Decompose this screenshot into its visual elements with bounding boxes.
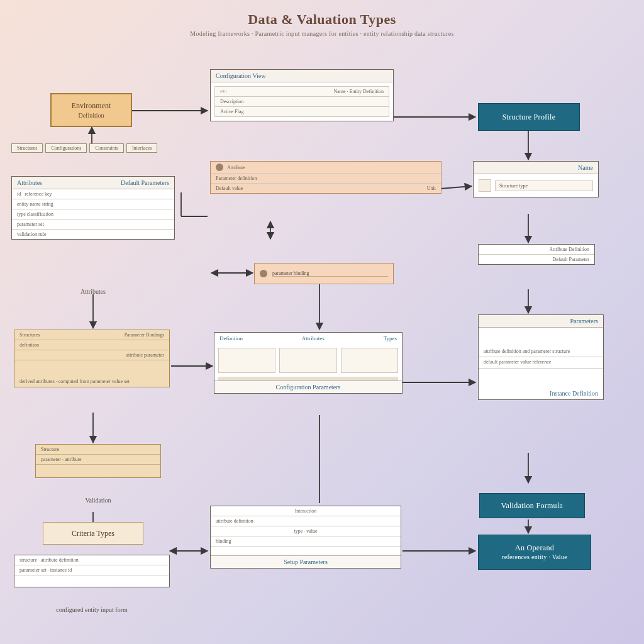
instance-header: Parameters <box>479 315 603 328</box>
node-name-panel: Name Structure type <box>473 161 599 197</box>
user-icon <box>216 164 223 171</box>
list-item: Default Parameter <box>479 255 594 264</box>
form-row: Active Flag <box>215 107 389 116</box>
setup-header: Interaction <box>211 506 401 516</box>
tab-constraints[interactable]: Constraints <box>89 143 123 153</box>
attributes-header: Attributes Default Parameters <box>12 177 174 189</box>
setup-footer: Setup Parameters <box>211 555 401 568</box>
node-setup-params: Interaction attribute definition type · … <box>210 506 401 569</box>
list-item: validation rule <box>12 230 174 239</box>
name-field[interactable]: Structure type <box>495 180 593 191</box>
list-item: definition <box>14 340 169 350</box>
list-item: entity name string <box>12 199 174 209</box>
node-validation-formula: Validation Formula <box>479 493 585 518</box>
list-item: binding <box>211 536 401 547</box>
binding-label: parameter binding <box>272 270 388 277</box>
form-row: edit Name · Entity Definition <box>215 87 389 97</box>
list-item: parameter set <box>12 219 174 230</box>
config-params-footer: Configuration Parameters <box>214 380 402 393</box>
node-environment-label: Environment <box>72 101 111 111</box>
node-attr-def-panel: Attribute Definition Default Parameter <box>478 244 595 265</box>
list-item: id · reference key <box>12 189 174 199</box>
name-body: Structure type <box>474 174 598 197</box>
config-view-header: Configuration View <box>211 70 393 82</box>
node-validation: Structure parameter · attribute <box>35 444 161 478</box>
list-item: attribute definition and parameter struc… <box>479 347 603 357</box>
node-config-params: Definition Attributes Types Configuratio… <box>214 332 402 394</box>
tab-row: Structures Configurations Constraints In… <box>11 143 157 153</box>
sb-header: Structures Parameter Bindings <box>14 330 169 340</box>
node-criteria-types: Criteria Types <box>43 522 143 545</box>
form-row: Attribute <box>211 162 441 174</box>
node-config-view: Configuration View edit Name · Entity De… <box>210 69 394 121</box>
sb-note: derived attributes · computed from param… <box>14 377 169 387</box>
form-row: Description <box>215 97 389 107</box>
list-item: structure · attribute definition <box>14 555 169 565</box>
list-item: attribute definition <box>211 516 401 526</box>
thumbnail-icon <box>479 179 491 192</box>
node-environment-sub: Definition <box>78 112 104 119</box>
node-binding-small: parameter binding <box>254 263 394 284</box>
node-structure-profile: Structure Profile <box>478 103 580 131</box>
entity-input-footer: configured entity input form <box>14 606 170 613</box>
node-environment: Environment Definition <box>50 93 132 127</box>
list-item: Structure <box>36 445 160 455</box>
list-item: Attribute Definition <box>479 245 594 255</box>
list-item: parameter · attribute <box>36 455 160 465</box>
diagram-subtitle: Modeling frameworks · Parametric input m… <box>0 30 644 37</box>
list-item: default parameter value reference <box>479 357 603 368</box>
node-operand: An Operand references entity · Value <box>478 535 591 570</box>
list-item: attribute parameter <box>14 350 169 360</box>
list-item: type · value <box>211 526 401 536</box>
node-entity-input-form: structure · attribute definition paramet… <box>14 555 170 587</box>
node-structures-bindings: Structures Parameter Bindings definition… <box>14 330 170 387</box>
instance-footer: Instance Definition <box>479 387 603 399</box>
config-params-header: Definition Attributes Types <box>214 333 402 344</box>
attributes-footer: Attributes <box>11 288 175 295</box>
diagram-title: Data & Valuation Types <box>0 11 644 28</box>
node-instance-def: Parameters attribute definition and para… <box>478 314 604 400</box>
validation-footer: Validation <box>35 497 161 504</box>
config-params-body <box>214 344 402 377</box>
list-item: type classification <box>12 209 174 219</box>
svg-line-4 <box>440 186 472 189</box>
node-attributes-list: Attributes Default Parameters id · refer… <box>11 176 175 240</box>
tab-structures[interactable]: Structures <box>11 143 43 153</box>
form-row: Default value Unit <box>211 184 441 193</box>
node-attribute-form: Attribute Parameter definition Default v… <box>210 161 441 194</box>
name-header: Name <box>474 162 598 174</box>
tab-interfaces[interactable]: Interfaces <box>126 143 158 153</box>
list-item: parameter set · instance id <box>14 565 169 575</box>
user-icon <box>260 270 267 277</box>
form-row: Parameter definition <box>211 174 441 184</box>
tab-configurations[interactable]: Configurations <box>45 143 87 153</box>
